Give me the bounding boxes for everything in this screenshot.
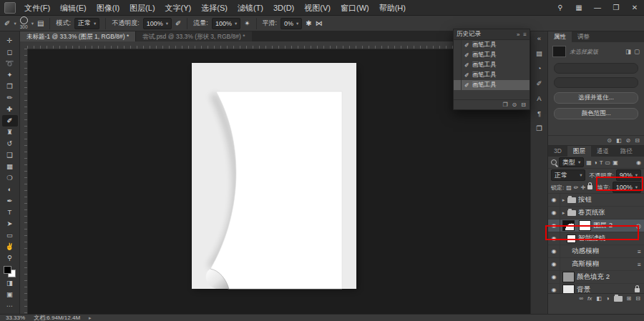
- document-size-info[interactable]: 文档:6.94M/12.4M: [34, 314, 80, 321]
- swatches-panel-icon[interactable]: ▤: [533, 49, 546, 59]
- layer-name[interactable]: 颜色填充 2: [577, 272, 610, 282]
- shape-tool-icon[interactable]: ▭: [2, 229, 18, 241]
- healing-tool-icon[interactable]: ✚: [2, 104, 18, 115]
- menu-window[interactable]: 窗口(W): [336, 0, 374, 16]
- menu-help[interactable]: 帮助(H): [374, 0, 411, 16]
- select-and-mask-button[interactable]: 选择并遮住...: [554, 92, 638, 104]
- history-entry-selected[interactable]: ✐ 画笔工具: [454, 80, 530, 90]
- visibility-eye-icon[interactable]: ◉: [548, 271, 560, 283]
- layer-row-selected[interactable]: ◉ 图层 2 ◎: [548, 219, 644, 232]
- new-snapshot-icon[interactable]: ⊙: [512, 102, 517, 108]
- tab-layers[interactable]: 图层: [567, 146, 591, 157]
- menu-type[interactable]: 文字(Y): [160, 0, 197, 16]
- smart-filter-badge-icon[interactable]: ◎: [636, 222, 641, 229]
- toggle-brush-panel-icon[interactable]: ▤: [37, 19, 44, 27]
- dodge-tool-icon[interactable]: ◐: [2, 184, 18, 195]
- path-select-tool-icon[interactable]: ➤: [2, 218, 18, 229]
- layer-row[interactable]: ◉ ▸ 卷页纸张: [548, 207, 644, 219]
- crop-tool-icon[interactable]: ❒: [2, 81, 18, 92]
- new-adjustment-layer-icon[interactable]: ◑: [606, 295, 610, 302]
- close-button[interactable]: ✕: [625, 0, 644, 16]
- lock-pixels-icon[interactable]: ✏: [574, 184, 579, 191]
- history-source-cell[interactable]: [454, 70, 462, 80]
- search-icon[interactable]: ⚲: [551, 0, 570, 16]
- menu-layer[interactable]: 图层(L): [125, 0, 160, 16]
- visibility-eye-icon[interactable]: ◉: [548, 194, 560, 206]
- group-arrow-icon[interactable]: ▸: [560, 210, 567, 216]
- quick-select-tool-icon[interactable]: ✦: [2, 69, 18, 81]
- pressure-opacity-icon[interactable]: ✐: [175, 19, 181, 27]
- filter-adjustment-icon[interactable]: ◑: [594, 159, 597, 166]
- pen-tool-icon[interactable]: ✒: [2, 195, 18, 207]
- blur-tool-icon[interactable]: ❍: [2, 172, 18, 184]
- menu-edit[interactable]: 编辑(E): [55, 0, 92, 16]
- marquee-tool-icon[interactable]: ◻: [2, 46, 18, 58]
- tool-preset-arrow-icon[interactable]: ▾: [14, 21, 16, 26]
- menu-filter[interactable]: 滤镜(T): [233, 0, 268, 16]
- lasso-tool-icon[interactable]: ➰: [2, 58, 18, 69]
- symmetry-icon[interactable]: ⋈: [316, 19, 323, 27]
- filter-name[interactable]: 高斯模糊: [572, 260, 599, 269]
- group-arrow-icon[interactable]: ▸: [560, 197, 567, 203]
- move-tool-icon[interactable]: ✛: [2, 35, 18, 46]
- lock-all-icon[interactable]: [587, 185, 592, 189]
- foreground-color-swatch[interactable]: [4, 266, 11, 274]
- airbrush-icon[interactable]: ✴: [244, 19, 250, 27]
- type-tool-icon[interactable]: T: [2, 207, 18, 218]
- history-panel-header[interactable]: 历史记录 » ≡: [454, 29, 530, 40]
- mask-thumbnail[interactable]: [552, 46, 566, 57]
- doc-tab-inactive[interactable]: 尝试.psd @ 33.3% (形状 3, RGB/8#) *: [135, 31, 251, 41]
- tab-properties[interactable]: 属性: [548, 31, 572, 42]
- filter-blend-options-icon[interactable]: ≡: [638, 248, 641, 255]
- brushes-panel-icon[interactable]: ✐: [533, 79, 546, 89]
- filter-shape-icon[interactable]: ▭: [605, 159, 611, 166]
- history-source-cell[interactable]: [454, 80, 462, 90]
- doc-tab-active[interactable]: 未标题-1 @ 33.3% (图层 1, RGB/8#) *: [20, 31, 135, 41]
- filter-row-gaussian-blur[interactable]: ◉ 高斯模糊 ≡: [548, 258, 644, 271]
- toolbar-ellipsis-icon[interactable]: ⋯: [2, 300, 18, 312]
- visibility-eye-icon[interactable]: ◉: [548, 245, 560, 257]
- history-source-cell[interactable]: [454, 40, 462, 50]
- status-menu-arrow-icon[interactable]: ▸: [89, 315, 92, 321]
- brush-picker-arrow-icon[interactable]: ▾: [31, 21, 34, 26]
- ruler-vertical[interactable]: [20, 49, 28, 314]
- tab-paths[interactable]: 路径: [615, 146, 638, 157]
- filter-type-select[interactable]: 类型 ▾: [559, 157, 584, 167]
- smart-filter-row[interactable]: ◉ 智能滤镜: [548, 232, 644, 245]
- menu-3d[interactable]: 3D(D): [268, 0, 299, 16]
- filter-blend-options-icon[interactable]: ≡: [638, 261, 641, 268]
- visibility-eye-icon[interactable]: ◉: [548, 232, 560, 245]
- layer-name[interactable]: 图层 2: [593, 221, 613, 230]
- character-panel-icon[interactable]: A: [533, 94, 546, 104]
- workspace-icon[interactable]: ▦: [570, 0, 588, 16]
- blend-mode-select[interactable]: 正常 ▾: [551, 169, 585, 181]
- zoom-level[interactable]: 33.33%: [6, 315, 25, 321]
- lock-transparent-icon[interactable]: ▨: [566, 184, 572, 191]
- add-pixel-mask-icon[interactable]: ◨: [625, 48, 631, 55]
- brush-preset-picker[interactable]: 300: [20, 16, 28, 30]
- disable-mask-icon[interactable]: ⊘: [626, 137, 631, 144]
- layer-row[interactable]: ◉ ▸ 按钮: [548, 194, 644, 207]
- eraser-tool-icon[interactable]: ❑: [2, 149, 18, 161]
- expand-panels-icon[interactable]: «: [533, 34, 546, 44]
- hand-tool-icon[interactable]: ✌: [2, 241, 18, 252]
- clone-stamp-tool-icon[interactable]: ♜: [2, 127, 18, 138]
- history-entry[interactable]: ✐ 画笔工具: [454, 40, 530, 50]
- menu-image[interactable]: 图像(I): [92, 0, 125, 16]
- layer-thumbnail[interactable]: [562, 220, 575, 231]
- menu-view[interactable]: 视图(V): [299, 0, 336, 16]
- load-selection-icon[interactable]: ⊙: [607, 137, 612, 144]
- color-range-button[interactable]: 颜色范围...: [554, 108, 638, 119]
- filter-smart-icon[interactable]: ▣: [613, 159, 618, 166]
- history-entry[interactable]: ✐ 画笔工具: [454, 70, 530, 80]
- layer-row[interactable]: ◉ 颜色填充 2: [548, 271, 644, 284]
- paragraph-panel-icon[interactable]: ¶: [533, 109, 546, 119]
- history-entry[interactable]: ✐ 画笔工具: [454, 60, 530, 70]
- active-tool-icon[interactable]: ✐: [4, 19, 10, 27]
- filter-toggle-icon[interactable]: ◉: [636, 159, 641, 166]
- lock-position-icon[interactable]: ✛: [581, 184, 586, 191]
- visibility-eye-icon[interactable]: ◉: [548, 219, 560, 232]
- new-layer-icon[interactable]: ⊞: [627, 295, 632, 302]
- apply-mask-icon[interactable]: ◧: [616, 137, 622, 144]
- new-doc-from-state-icon[interactable]: ❐: [502, 102, 507, 108]
